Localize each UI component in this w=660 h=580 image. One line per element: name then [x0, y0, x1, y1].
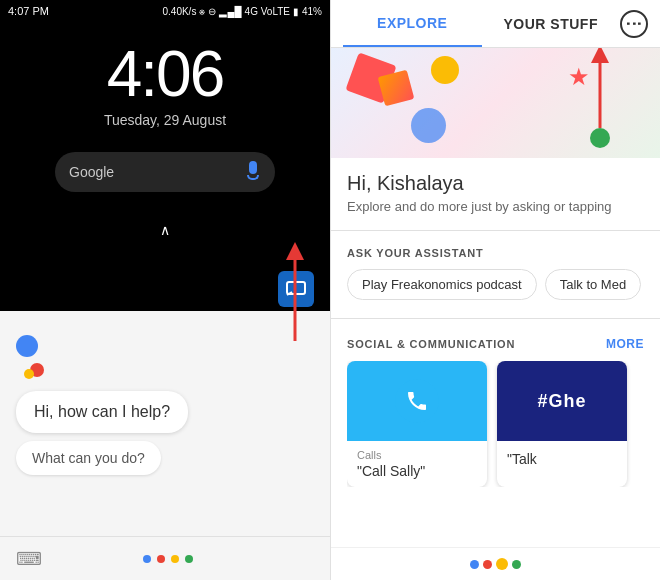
suggestions-row: Play Freakonomics podcast Talk to Med [347, 269, 644, 300]
tab-yourstuff[interactable]: YOUR STUFF [482, 2, 621, 46]
google-search-text: Google [69, 164, 114, 180]
second-card[interactable]: #Ghe "Talk [497, 361, 627, 487]
network-text: 4G VoLTE [245, 6, 290, 17]
more-options-button[interactable]: ⋮ [620, 10, 648, 38]
calls-card[interactable]: Calls "Call Sally" [347, 361, 487, 487]
assistant-bottom-bar: ⌨ [0, 536, 330, 580]
calls-app-label: Calls [357, 449, 477, 461]
google-search-bar[interactable]: Google [55, 152, 275, 192]
top-tabs: EXPLORE YOUR STUFF ⋮ [331, 0, 660, 48]
chip-play-freakonomics[interactable]: Play Freakonomics podcast [347, 269, 537, 300]
dot-yellow [171, 555, 179, 563]
divider-2 [331, 318, 660, 319]
assistant-greeting-bubble: Hi, how can I help? [16, 391, 188, 433]
assistant-suggestion-text: What can you do? [32, 450, 145, 466]
cards-row: Calls "Call Sally" #Ghe "Talk [347, 361, 644, 487]
dot-red [157, 555, 165, 563]
assistant-logo [16, 335, 60, 379]
tab-explore[interactable]: EXPLORE [343, 1, 482, 47]
bdot-red [483, 560, 492, 569]
chevron-up-icon: ∧ [160, 222, 170, 238]
phone-icon [395, 379, 439, 423]
hero-decoration-4 [431, 56, 459, 84]
second-card-header: #Ghe [497, 361, 627, 441]
hero-decoration-5 [590, 128, 610, 148]
left-panel: 4:07 PM 0.40K/s ⎈ ⊖ ▂▄█ 4G VoLTE ▮ 41% 4… [0, 0, 330, 580]
phone-svg [405, 389, 429, 413]
three-dots-icon: ⋮ [626, 15, 642, 32]
right-content: ★ Hi, Kishalaya Explore and do more just… [331, 48, 660, 547]
bdot-green [512, 560, 521, 569]
logo-dot-blue [16, 335, 38, 357]
battery-icon: ▮ [293, 6, 299, 17]
hero-decoration-2 [378, 70, 415, 107]
calls-card-header [347, 361, 487, 441]
battery-percent: 41% [302, 6, 322, 17]
social-section: SOCIAL & COMMUNICATION MORE Calls [331, 327, 660, 497]
hero-decoration-3 [411, 108, 446, 143]
signal-text: 0.40K/s [162, 6, 196, 17]
clock-time: 4:06 [107, 42, 224, 106]
keyboard-icon[interactable]: ⌨ [16, 548, 42, 570]
divider-1 [331, 230, 660, 231]
bottom-dots [143, 555, 193, 563]
assistant-icon-button[interactable] [278, 271, 314, 307]
calls-card-title: "Call Sally" [357, 463, 477, 479]
bdot-yellow [496, 558, 508, 570]
lock-screen: 4:06 Tuesday, 29 August Google ∧ [0, 22, 330, 311]
second-card-title: "Talk [507, 451, 617, 467]
more-link[interactable]: MORE [606, 337, 644, 351]
ask-section: ASK YOUR ASSISTANT Play Freakonomics pod… [331, 239, 660, 310]
bdot-blue [470, 560, 479, 569]
hero-star-icon: ★ [568, 63, 590, 91]
greeting-name: Hi, Kishalaya [347, 172, 644, 195]
bottom-google-dots [331, 547, 660, 580]
greeting-section: Hi, Kishalaya Explore and do more just b… [331, 158, 660, 222]
logo-dot-yellow [24, 369, 34, 379]
clock-date: Tuesday, 29 August [104, 112, 226, 128]
assistant-main: Hi, how can I help? What can you do? [0, 311, 330, 536]
signal-bars-icon: ▂▄█ [219, 6, 241, 17]
assistant-suggestion-bubble[interactable]: What can you do? [16, 441, 161, 475]
assistant-overlay: Hi, how can I help? What can you do? ⌨ [0, 311, 330, 580]
wifi-icon: ⊖ [208, 6, 216, 17]
bluetooth-icon: ⎈ [199, 6, 205, 17]
status-icons: 0.40K/s ⎈ ⊖ ▂▄█ 4G VoLTE ▮ 41% [162, 6, 322, 17]
hashtag-text: #Ghe [537, 391, 586, 412]
calls-card-body: Calls "Call Sally" [347, 441, 487, 487]
svg-rect-2 [287, 282, 305, 294]
ask-label: ASK YOUR ASSISTANT [347, 247, 644, 259]
greeting-sub: Explore and do more just by asking or ta… [347, 199, 644, 214]
mic-icon[interactable] [245, 161, 261, 183]
message-icon [286, 281, 306, 297]
status-bar: 4:07 PM 0.40K/s ⎈ ⊖ ▂▄█ 4G VoLTE ▮ 41% [0, 0, 330, 22]
dot-green [185, 555, 193, 563]
social-header: SOCIAL & COMMUNICATION MORE [347, 337, 644, 351]
right-panel: EXPLORE YOUR STUFF ⋮ ★ Hi, Kishal [330, 0, 660, 580]
dot-blue [143, 555, 151, 563]
hero-banner: ★ [331, 48, 660, 158]
status-time: 4:07 PM [8, 5, 49, 17]
social-label: SOCIAL & COMMUNICATION [347, 338, 515, 350]
second-card-body: "Talk [497, 441, 627, 475]
assistant-greeting-text: Hi, how can I help? [34, 403, 170, 420]
chip-talk-to-med[interactable]: Talk to Med [545, 269, 641, 300]
